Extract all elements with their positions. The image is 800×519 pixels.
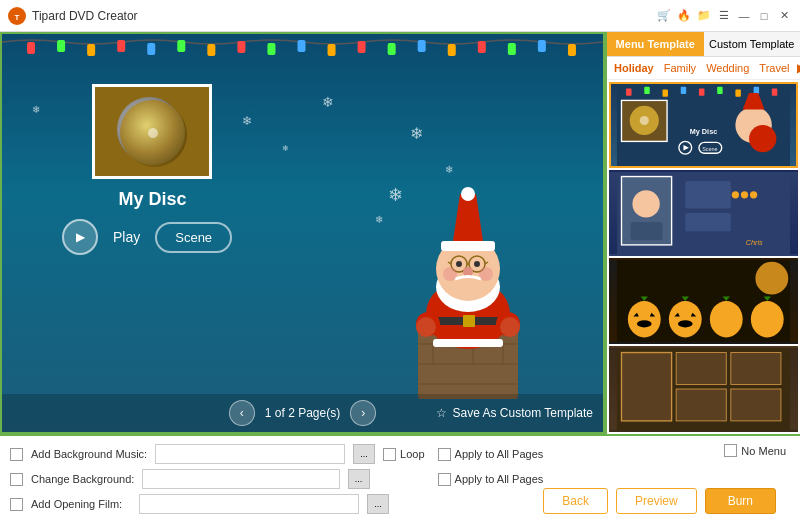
preview-button[interactable]: Preview	[616, 488, 697, 514]
more-categories-button[interactable]: ▶	[797, 61, 801, 75]
template-item-1[interactable]: My Disc Scene	[609, 82, 798, 168]
save-template-button[interactable]: ☆ Save As Custom Template	[436, 406, 593, 420]
category-tabs: Holiday Family Wedding Travel ▶	[607, 57, 800, 80]
svg-rect-79	[685, 181, 731, 208]
save-template-label: Save As Custom Template	[452, 406, 593, 420]
svg-point-87	[628, 301, 661, 337]
template-item-2[interactable]: Chris	[609, 170, 798, 256]
background-music-input[interactable]	[155, 444, 345, 464]
svg-rect-5	[117, 40, 125, 52]
template-list: My Disc Scene	[607, 80, 800, 434]
category-holiday[interactable]: Holiday	[611, 61, 657, 75]
maximize-button[interactable]: □	[756, 8, 772, 24]
apply-all-pages-2-label: Apply to All Pages	[455, 473, 544, 485]
svg-rect-19	[538, 40, 546, 52]
svg-rect-10	[267, 43, 275, 55]
svg-rect-104	[676, 389, 726, 421]
svg-point-45	[474, 261, 480, 267]
svg-rect-6	[147, 43, 155, 55]
browse-background-button[interactable]: ...	[348, 469, 370, 489]
svg-rect-41	[441, 241, 495, 251]
svg-rect-102	[622, 353, 672, 421]
add-background-music-checkbox[interactable]	[10, 448, 23, 461]
svg-point-53	[479, 267, 493, 281]
title-bar: T Tipard DVD Creator 🛒 🔥 📁 ☰ — □ ✕	[0, 0, 800, 32]
change-background-checkbox[interactable]	[10, 473, 23, 486]
loop-checkbox[interactable]	[383, 448, 396, 461]
window-controls: 🛒 🔥 📁 ☰ — □ ✕	[656, 8, 792, 24]
svg-rect-56	[644, 87, 649, 94]
browse-film-button[interactable]: ...	[367, 494, 389, 514]
add-opening-film-checkbox[interactable]	[10, 498, 23, 511]
svg-rect-59	[699, 89, 704, 96]
minimize-button[interactable]: —	[736, 8, 752, 24]
svg-rect-9	[237, 41, 245, 53]
add-background-music-row: Add Background Music: ... Loop Apply to …	[10, 444, 543, 464]
svg-point-97	[710, 301, 743, 337]
opening-film-input[interactable]	[139, 494, 359, 514]
scene-button[interactable]: Scene	[155, 222, 232, 253]
loop-label: Loop	[400, 448, 424, 460]
tab-custom-template[interactable]: Custom Template	[704, 32, 801, 56]
svg-rect-55	[626, 89, 631, 96]
svg-point-82	[741, 191, 748, 198]
svg-point-91	[637, 320, 652, 327]
svg-rect-11	[297, 40, 305, 52]
svg-point-43	[461, 187, 475, 201]
preview-panel: ❄ ❄ ❄ ❄ ❄ ❄ ❄ ❄ My Disc ▶ Play Scene	[0, 32, 605, 434]
svg-text:Chris: Chris	[746, 238, 763, 247]
svg-rect-63	[772, 89, 777, 96]
svg-rect-17	[478, 41, 486, 53]
svg-rect-14	[388, 43, 396, 55]
menu-icon[interactable]: ☰	[716, 8, 732, 24]
apply-all-pages-1-checkbox[interactable]	[438, 448, 451, 461]
folder-icon[interactable]: 📁	[696, 8, 712, 24]
svg-text:Scene: Scene	[702, 146, 717, 152]
close-button[interactable]: ✕	[776, 8, 792, 24]
svg-point-44	[456, 261, 462, 267]
browse-music-button[interactable]: ...	[353, 444, 375, 464]
apply-all-pages-2-area: Apply to All Pages	[438, 473, 544, 486]
category-travel[interactable]: Travel	[756, 61, 792, 75]
template-item-4[interactable]	[609, 346, 798, 432]
page-navigation: ‹ 1 of 2 Page(s) › ☆ Save As Custom Temp…	[2, 394, 603, 432]
category-family[interactable]: Family	[661, 61, 699, 75]
play-label: Play	[113, 229, 140, 245]
svg-point-99	[751, 301, 784, 337]
apply-all-pages-1-area: Apply to All Pages	[438, 448, 544, 461]
svg-rect-34	[433, 339, 503, 347]
no-menu-checkbox[interactable]	[724, 444, 737, 457]
svg-rect-106	[731, 389, 781, 421]
play-button[interactable]: ▶	[62, 219, 98, 255]
prev-page-button[interactable]: ‹	[229, 400, 255, 426]
svg-rect-80	[685, 213, 731, 231]
svg-rect-78	[631, 222, 663, 240]
cart-icon[interactable]: 🛒	[656, 8, 672, 24]
svg-marker-42	[453, 194, 483, 241]
add-opening-film-label: Add Opening Film:	[31, 498, 131, 510]
change-background-input[interactable]	[142, 469, 339, 489]
svg-point-66	[640, 116, 649, 125]
back-button[interactable]: Back	[543, 488, 608, 514]
next-page-button[interactable]: ›	[350, 400, 376, 426]
apply-all-pages-2-checkbox[interactable]	[438, 473, 451, 486]
add-background-music-label: Add Background Music:	[31, 448, 147, 460]
star-icon: ☆	[436, 406, 447, 420]
change-background-row: Change Background: ... Apply to All Page…	[10, 469, 543, 489]
svg-point-77	[632, 190, 659, 217]
control-buttons: ▶ Play Scene	[62, 219, 232, 255]
tab-menu-template[interactable]: Menu Template	[607, 32, 704, 56]
svg-rect-8	[207, 44, 215, 56]
svg-point-38	[500, 317, 520, 337]
bottom-controls: Add Background Music: ... Loop Apply to …	[0, 434, 800, 519]
flame-icon[interactable]: 🔥	[676, 8, 692, 24]
svg-point-74	[749, 125, 776, 152]
template-item-3[interactable]	[609, 258, 798, 344]
add-opening-film-row: Add Opening Film: ...	[10, 494, 543, 514]
svg-rect-57	[663, 89, 668, 96]
svg-rect-62	[754, 87, 759, 94]
category-wedding[interactable]: Wedding	[703, 61, 752, 75]
main-area: ❄ ❄ ❄ ❄ ❄ ❄ ❄ ❄ My Disc ▶ Play Scene	[0, 32, 800, 434]
burn-button[interactable]: Burn	[705, 488, 776, 514]
disc-preview-image	[92, 84, 212, 179]
